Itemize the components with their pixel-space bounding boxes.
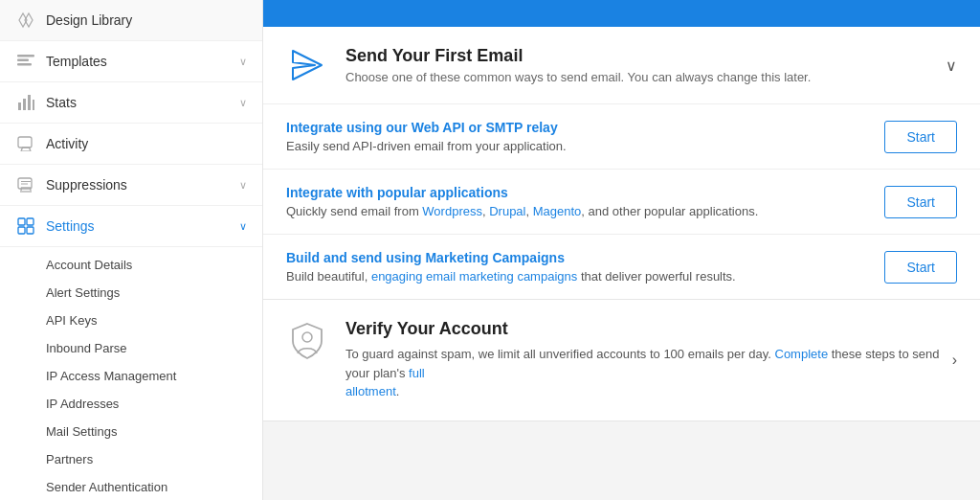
svg-rect-6 [33, 100, 34, 110]
sidebar-item-suppressions-label: Suppressions [46, 177, 127, 193]
content-area: Send Your First Email Choose one of thes… [263, 27, 980, 500]
send-email-title: Send Your First Email [345, 46, 811, 66]
sidebar-item-stats[interactable]: Stats ∨ [0, 82, 262, 124]
marketing-info: Build and send using Marketing Campaigns… [286, 250, 736, 284]
integration-row-popular-apps: Integrate with popular applications Quic… [263, 169, 980, 234]
popular-apps-description: Quickly send email from Wordpress, Drupa… [286, 204, 758, 218]
sidebar-item-partners[interactable]: Partners [0, 445, 262, 473]
account-details-label: Account Details [46, 258, 132, 272]
sidebar-item-alert-settings[interactable]: Alert Settings [0, 279, 262, 307]
activity-icon [15, 133, 36, 154]
verify-description: To guard against spam, we limit all unve… [345, 345, 957, 401]
sidebar-item-api-keys[interactable]: API Keys [0, 307, 262, 334]
web-api-description: Easily send API-driven email from your a… [286, 139, 567, 153]
svg-rect-7 [18, 137, 32, 148]
sidebar-item-templates-label: Templates [46, 54, 107, 69]
web-api-start-button[interactable]: Start [884, 121, 957, 153]
settings-chevron-icon: ∨ [239, 220, 247, 233]
alert-settings-label: Alert Settings [46, 285, 120, 300]
sender-authentication-label: Sender Authentication [46, 480, 167, 494]
ip-addresses-label: IP Addresses [46, 397, 119, 411]
popular-apps-start-button[interactable]: Start [884, 186, 957, 218]
templates-chevron-icon: ∨ [239, 56, 247, 68]
engaging-link[interactable]: engaging email marketing campaigns [371, 269, 577, 284]
sidebar-item-ip-addresses[interactable]: IP Addresses [0, 390, 262, 418]
ip-access-management-label: IP Access Management [46, 369, 176, 383]
stats-icon [15, 92, 36, 113]
inbound-parse-label: Inbound Parse [46, 341, 127, 355]
send-email-description: Choose one of these common ways to send … [345, 70, 811, 84]
marketing-start-button[interactable]: Start [884, 251, 957, 284]
settings-submenu: Account Details Alert Settings API Keys … [0, 247, 262, 500]
send-email-header-text: Send Your First Email Choose one of thes… [345, 46, 811, 84]
web-api-info: Integrate using our Web API or SMTP rela… [286, 120, 567, 153]
verify-text: Verify Your Account To guard against spa… [345, 319, 957, 401]
svg-point-22 [302, 332, 312, 342]
drupal-link[interactable]: Drupal [489, 204, 525, 218]
svg-marker-21 [293, 51, 322, 80]
svg-rect-13 [18, 218, 25, 225]
main-content: Send Your First Email Choose one of thes… [263, 0, 980, 500]
svg-rect-0 [17, 55, 34, 57]
api-keys-label: API Keys [46, 313, 97, 328]
marketing-description: Build beautiful, engaging email marketin… [286, 269, 736, 284]
send-email-chevron-icon[interactable]: ∨ [946, 57, 957, 75]
sidebar-item-settings[interactable]: Settings ∨ [0, 206, 262, 247]
sidebar-item-ip-access-management[interactable]: IP Access Management [0, 362, 262, 390]
verify-chevron-icon[interactable]: › [952, 352, 957, 369]
sidebar-item-mail-settings[interactable]: Mail Settings [0, 418, 262, 445]
verify-account-card: Verify Your Account To guard against spa… [263, 300, 980, 421]
sidebar-item-activity[interactable]: Activity [0, 124, 262, 165]
svg-rect-4 [23, 99, 26, 110]
mail-settings-label: Mail Settings [46, 424, 117, 439]
web-api-title: Integrate using our Web API or SMTP rela… [286, 120, 567, 135]
integration-row-web-api: Integrate using our Web API or SMTP rela… [263, 103, 980, 169]
sidebar-item-account-details[interactable]: Account Details [0, 251, 262, 279]
sidebar-item-design-library[interactable]: Design Library [0, 0, 262, 41]
full-allotment-link[interactable]: fullallotment [345, 366, 425, 399]
send-email-card-header: Send Your First Email Choose one of thes… [263, 27, 980, 103]
svg-rect-16 [27, 227, 33, 234]
svg-rect-5 [28, 95, 31, 110]
suppressions-icon [15, 174, 36, 195]
design-library-icon [15, 10, 36, 31]
partners-label: Partners [46, 452, 93, 466]
svg-rect-14 [27, 218, 33, 225]
popular-apps-title: Integrate with popular applications [286, 185, 758, 200]
popular-apps-info: Integrate with popular applications Quic… [286, 185, 758, 218]
complete-link[interactable]: Complete [775, 347, 829, 361]
sidebar-item-inbound-parse[interactable]: Inbound Parse [0, 334, 262, 362]
sidebar-item-suppressions[interactable]: Suppressions ∨ [0, 165, 262, 206]
shield-person-icon [286, 319, 328, 361]
sidebar-item-stats-label: Stats [46, 95, 77, 110]
settings-row-container: Settings ∨ [0, 206, 262, 247]
wordpress-link[interactable]: Wordpress [422, 204, 482, 218]
stats-chevron-icon: ∨ [239, 97, 247, 109]
paper-plane-icon [286, 44, 328, 86]
integration-row-marketing: Build and send using Marketing Campaigns… [263, 234, 980, 299]
templates-icon [15, 51, 36, 72]
svg-rect-15 [18, 227, 25, 234]
top-blue-bar [263, 0, 980, 27]
verify-title: Verify Your Account [345, 319, 957, 339]
send-email-card: Send Your First Email Choose one of thes… [263, 27, 980, 300]
sidebar-item-templates[interactable]: Templates ∨ [0, 41, 262, 82]
sidebar-item-activity-label: Activity [46, 136, 88, 151]
suppressions-chevron-icon: ∨ [239, 179, 247, 192]
marketing-title: Build and send using Marketing Campaigns [286, 250, 736, 265]
svg-rect-3 [18, 102, 21, 110]
svg-rect-1 [17, 59, 29, 62]
sidebar-item-settings-label: Settings [46, 218, 95, 234]
sidebar-item-design-library-label: Design Library [46, 12, 132, 28]
sidebar-item-sender-authentication[interactable]: Sender Authentication [0, 473, 262, 500]
svg-rect-2 [17, 63, 32, 66]
settings-icon [15, 216, 36, 237]
sidebar: Design Library Templates ∨ Stats ∨ [0, 0, 263, 500]
magento-link[interactable]: Magento [533, 204, 582, 218]
